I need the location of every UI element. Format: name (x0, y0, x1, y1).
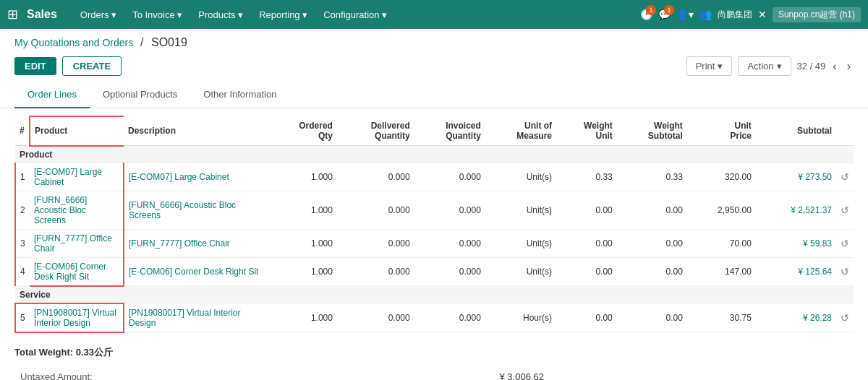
row-desc[interactable]: [E-COM07] Large Cabinet (124, 163, 268, 191)
print-button[interactable]: Print ▾ (686, 56, 733, 76)
pager-prev[interactable]: ‹ (830, 59, 839, 74)
close-icon[interactable]: ✕ (758, 9, 767, 20)
table-row: 1 [E-COM07] Large Cabinet [E-COM07] Larg… (15, 163, 854, 191)
row-weight-subtotal: 0.00 (617, 191, 687, 229)
table-row: 3 [FURN_7777] Office Chair [FURN_7777] O… (15, 229, 854, 257)
edit-button[interactable]: EDIT (14, 57, 56, 75)
row-reset-icon[interactable]: ↺ (836, 229, 854, 257)
col-num: # (15, 116, 30, 146)
row-unit-price: 70.00 (687, 229, 756, 257)
nav-products[interactable]: Products ▾ (191, 7, 250, 23)
order-lines-table: # Product Description OrderedQty Deliver… (14, 116, 854, 333)
nav-orders[interactable]: Orders ▾ (73, 7, 124, 23)
print-label: Print (696, 61, 715, 72)
row-unit-price: 2,950.00 (687, 191, 756, 229)
user-icon[interactable]: 👤▾ (676, 9, 694, 20)
breadcrumb-parent[interactable]: My Quotations and Orders (14, 37, 133, 48)
row-weight-subtotal: 0.00 (617, 229, 687, 257)
clock-badge: 1 (646, 5, 656, 15)
clock-icon[interactable]: 🕐1 (640, 9, 652, 20)
table-row: 2 [FURN_6666] Acoustic Bloc Screens [FUR… (15, 191, 854, 229)
row-invoiced-qty: 0.000 (414, 163, 485, 191)
pager-count: 32 / 49 (797, 61, 826, 72)
row-num: 4 (15, 257, 30, 286)
chat-icon[interactable]: 💬1 (658, 9, 671, 20)
row-num: 1 (15, 163, 30, 191)
row-ordered-qty: 1.000 (268, 257, 337, 286)
chat-badge: 1 (664, 5, 674, 15)
row-reset-icon[interactable]: ↺ (836, 303, 854, 332)
row-weight-unit: 0.00 (556, 229, 617, 257)
row-product[interactable]: [PN19080017] Virtual Interior Design (30, 303, 124, 332)
row-desc[interactable]: [FURN_7777] Office Chair (124, 229, 268, 257)
table-row: 5 [PN19080017] Virtual Interior Design [… (15, 303, 854, 332)
row-num: 3 (15, 229, 30, 257)
row-product[interactable]: [FURN_7777] Office Chair (30, 229, 124, 257)
col-uom: Unit ofMeasure (485, 116, 556, 146)
untaxed-value: ¥ 3,006.62 (494, 369, 854, 381)
tab-optional-products[interactable]: Optional Products (90, 82, 190, 108)
row-desc[interactable]: [PN19080017] Virtual Interior Design (124, 303, 268, 332)
row-invoiced-qty: 0.000 (414, 191, 485, 229)
pager: 32 / 49 ‹ › (797, 59, 854, 74)
row-weight-subtotal: 0.00 (617, 257, 687, 286)
row-weight-unit: 0.00 (556, 257, 617, 286)
col-weight-unit: WeightUnit (556, 116, 617, 146)
section-service: Service (15, 286, 854, 303)
row-reset-icon[interactable]: ↺ (836, 191, 854, 229)
grid-menu-icon[interactable]: ⊞ (7, 7, 18, 22)
nav-menu: Orders ▾ To Invoice ▾ Products ▾ Reporti… (73, 7, 636, 23)
action-label: Action (747, 61, 773, 72)
row-invoiced-qty: 0.000 (414, 303, 485, 332)
row-uom: Unit(s) (485, 229, 556, 257)
nav-reporting[interactable]: Reporting ▾ (252, 7, 315, 23)
row-subtotal: ¥ 273.50 (756, 163, 836, 191)
create-button[interactable]: CREATE (62, 56, 122, 76)
row-subtotal: ¥ 26.28 (756, 303, 836, 332)
row-reset-icon[interactable]: ↺ (836, 163, 854, 191)
row-product[interactable]: [FURN_6666] Acoustic Bloc Screens (30, 191, 124, 229)
tab-order-lines[interactable]: Order Lines (14, 82, 90, 108)
tabs: Order Lines Optional Products Other Info… (14, 82, 854, 108)
row-reset-icon[interactable]: ↺ (836, 257, 854, 286)
row-uom: Unit(s) (485, 191, 556, 229)
app-brand: Sales (27, 8, 57, 21)
row-unit-price: 147.00 (687, 257, 756, 286)
breadcrumb: My Quotations and Orders / SO019 (14, 36, 854, 49)
summary-untaxed-row: Untaxed Amount: ¥ 3,006.62 (14, 369, 854, 381)
row-product[interactable]: [E-COM06] Corner Desk Right Sit (30, 257, 124, 286)
col-product: Product (30, 116, 124, 146)
row-weight-unit: 0.33 (556, 163, 617, 191)
row-num: 2 (15, 191, 30, 229)
col-subtotal: Subtotal (756, 116, 836, 146)
action-button[interactable]: Action ▾ (738, 56, 791, 76)
user-profile[interactable]: Sunpop.cn超营 (h1) (773, 7, 861, 22)
col-actions (836, 116, 854, 146)
breadcrumb-area: My Quotations and Orders / SO019 (0, 29, 868, 53)
top-navigation: ⊞ Sales Orders ▾ To Invoice ▾ Products ▾… (0, 0, 868, 29)
pager-next[interactable]: › (844, 59, 854, 74)
col-ordered-qty: OrderedQty (268, 116, 337, 146)
row-subtotal: ¥ 125.64 (756, 257, 836, 286)
tab-other-information[interactable]: Other Information (190, 82, 289, 108)
company-switcher[interactable]: 尚鹏集团 (718, 9, 752, 21)
nav-configuration[interactable]: Configuration ▾ (316, 7, 394, 23)
total-weight-value: 0.33公斤 (76, 347, 113, 358)
row-product[interactable]: [E-COM07] Large Cabinet (30, 163, 124, 191)
row-desc[interactable]: [FURN_6666] Acoustic Bloc Screens (124, 191, 268, 229)
row-weight-unit: 0.00 (556, 303, 617, 332)
action-dropdown-icon: ▾ (777, 61, 782, 72)
row-desc[interactable]: [E-COM06] Corner Desk Right Sit (124, 257, 268, 286)
row-uom: Hour(s) (485, 303, 556, 332)
row-unit-price: 320.00 (687, 163, 756, 191)
row-delivered-qty: 0.000 (337, 257, 414, 286)
print-dropdown-icon: ▾ (718, 61, 723, 72)
col-delivered-qty: DeliveredQuantity (337, 116, 414, 146)
nav-to-invoice[interactable]: To Invoice ▾ (125, 7, 190, 23)
row-weight-subtotal: 0.00 (617, 303, 687, 332)
people-icon[interactable]: 👥 (699, 9, 712, 20)
row-subtotal: ¥ 59.83 (756, 229, 836, 257)
row-ordered-qty: 1.000 (268, 303, 337, 332)
row-subtotal: ¥ 2,521.37 (756, 191, 836, 229)
topnav-right: 🕐1 💬1 👤▾ 👥 尚鹏集团 ✕ Sunpop.cn超营 (h1) (640, 7, 861, 22)
